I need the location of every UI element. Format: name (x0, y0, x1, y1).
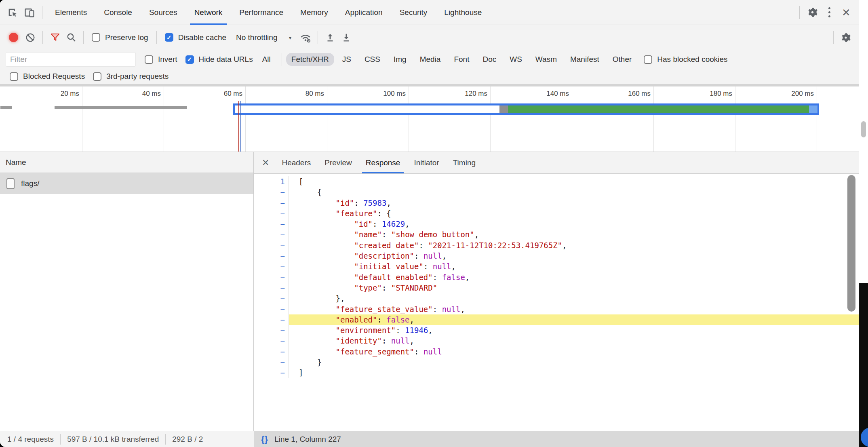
filter-type-css[interactable]: CSS (359, 53, 386, 66)
table-row-flags[interactable]: flags/ (0, 173, 253, 194)
filter-type-media[interactable]: Media (415, 53, 446, 66)
code-line[interactable]: − "initial_value": null, (254, 261, 859, 272)
divider (165, 434, 166, 445)
code-line[interactable]: − "identity": null, (254, 335, 859, 346)
timeline-tick-label: 180 ms (696, 90, 732, 98)
detail-tab-initiator[interactable]: Initiator (407, 152, 446, 173)
background-page-sliver (859, 0, 868, 447)
blocked-requests-checkbox[interactable] (10, 72, 18, 81)
code-line[interactable]: 1[ (254, 176, 859, 187)
filter-input[interactable] (6, 52, 136, 67)
inspect-element-button[interactable] (4, 4, 21, 21)
code-line[interactable]: − "type": "STANDARD" (254, 283, 859, 293)
code-line[interactable]: − "feature": { (254, 208, 859, 219)
third-party-requests-toggle[interactable]: 3rd-party requests (93, 72, 169, 81)
wrapped-line-marker: − (254, 219, 289, 229)
tab-sources[interactable]: Sources (141, 0, 186, 25)
disable-cache-toggle[interactable]: ✓ Disable cache (165, 33, 226, 42)
device-toolbar-icon (24, 7, 35, 18)
code-line[interactable]: − "feature_segment": null (254, 346, 859, 357)
detail-tab-response[interactable]: Response (359, 152, 407, 173)
code-line-text: "initial_value": null, (289, 261, 859, 272)
filter-type-img[interactable]: Img (388, 53, 412, 66)
code-line[interactable]: − "name": "show_demo_button", (254, 229, 859, 240)
wrapped-line-marker: − (254, 187, 289, 197)
filter-type-ws[interactable]: WS (504, 53, 527, 66)
filter-type-manifest[interactable]: Manifest (565, 53, 605, 66)
network-overview-timeline[interactable]: 20 ms40 ms60 ms80 ms100 ms120 ms140 ms16… (0, 86, 859, 152)
import-har-button[interactable] (322, 30, 338, 46)
code-line-text: }, (289, 293, 859, 304)
disable-cache-checkbox[interactable]: ✓ (165, 33, 173, 42)
code-line[interactable]: − } (254, 357, 859, 367)
overview-request-bar-grey (0, 106, 12, 109)
tab-network[interactable]: Network (186, 0, 231, 25)
close-devtools-button[interactable]: ✕ (838, 4, 855, 21)
tab-performance[interactable]: Performance (231, 0, 292, 25)
code-line[interactable]: − "feature_state_value": null, (254, 304, 859, 314)
filter-type-doc[interactable]: Doc (477, 53, 501, 66)
filter-type-all[interactable]: All (257, 53, 276, 66)
filter-type-wasm[interactable]: Wasm (530, 53, 562, 66)
network-settings-button[interactable] (838, 30, 854, 46)
more-options-button[interactable] (821, 4, 838, 21)
code-line-text: "created_date": "2021-11-12T10:22:53.419… (289, 240, 859, 251)
timeline-tick-label: 60 ms (206, 90, 242, 98)
filter-type-other[interactable]: Other (607, 53, 637, 66)
code-line[interactable]: −] (254, 367, 859, 378)
hide-data-urls-checkbox[interactable]: ✓ (185, 55, 194, 64)
filter-type-fetch-xhr[interactable]: Fetch/XHR (286, 53, 334, 66)
code-line[interactable]: − "default_enabled": false, (254, 272, 859, 283)
record-network-log-button[interactable] (9, 33, 18, 42)
filter-type-js[interactable]: JS (337, 53, 356, 66)
network-filter-bar: Invert ✓ Hide data URLs AllFetch/XHRJSCS… (0, 50, 859, 69)
network-conditions-button[interactable] (297, 30, 314, 46)
close-detail-button[interactable]: ✕ (256, 152, 275, 173)
tab-security[interactable]: Security (391, 0, 436, 25)
response-body-view[interactable]: 1[− {− "id": 75983,− "feature": {− "id":… (254, 174, 859, 431)
name-column-header[interactable]: Name (0, 152, 253, 173)
divider (42, 6, 42, 19)
code-line[interactable]: − "id": 14629, (254, 219, 859, 229)
wrapped-line-marker: − (254, 314, 289, 325)
page-scrollbar-thumb[interactable] (861, 121, 866, 137)
settings-button[interactable] (804, 4, 821, 21)
tab-elements[interactable]: Elements (46, 0, 95, 25)
code-line[interactable]: − }, (254, 293, 859, 304)
tail-segment (809, 105, 817, 113)
clear-network-log-button[interactable] (22, 30, 38, 46)
invert-checkbox[interactable] (145, 55, 153, 64)
code-line[interactable]: − { (254, 187, 859, 197)
detail-tab-headers[interactable]: Headers (275, 152, 318, 173)
tab-lighthouse[interactable]: Lighthouse (436, 0, 490, 25)
code-line[interactable]: − "description": null, (254, 251, 859, 261)
has-blocked-cookies-checkbox[interactable] (644, 55, 652, 64)
code-line-text: "environment": 11946, (289, 325, 859, 335)
throttling-select[interactable]: No throttling ▾ (236, 33, 291, 42)
code-line[interactable]: − "id": 75983, (254, 198, 859, 208)
detail-tab-preview[interactable]: Preview (318, 152, 359, 173)
preserve-log-checkbox[interactable] (92, 33, 100, 42)
hide-data-urls-toggle[interactable]: ✓ Hide data URLs (185, 55, 253, 64)
blocked-requests-toggle[interactable]: Blocked Requests (10, 72, 85, 81)
tab-application[interactable]: Application (337, 0, 391, 25)
filter-toggle-button[interactable] (47, 30, 63, 46)
device-toolbar-button[interactable] (21, 4, 38, 21)
response-scrollbar-thumb[interactable] (847, 175, 855, 312)
code-line-text: "feature_segment": null (289, 346, 859, 357)
code-line[interactable]: − "environment": 11946, (254, 325, 859, 335)
detail-tab-timing[interactable]: Timing (446, 152, 482, 173)
code-line-text: { (289, 187, 859, 197)
filter-type-font[interactable]: Font (449, 53, 474, 66)
has-blocked-cookies-toggle[interactable]: Has blocked cookies (644, 55, 727, 64)
code-line[interactable]: − "created_date": "2021-11-12T10:22:53.4… (254, 240, 859, 251)
preserve-log-toggle[interactable]: Preserve log (92, 33, 148, 42)
code-line-highlighted[interactable]: − "enabled": false, (254, 314, 859, 325)
search-button[interactable] (63, 30, 79, 46)
tab-console[interactable]: Console (95, 0, 141, 25)
third-party-requests-checkbox[interactable] (93, 72, 101, 81)
pretty-print-icon[interactable]: {} (261, 434, 268, 445)
export-har-button[interactable] (338, 30, 354, 46)
tab-memory[interactable]: Memory (292, 0, 337, 25)
invert-toggle[interactable]: Invert (145, 55, 177, 64)
